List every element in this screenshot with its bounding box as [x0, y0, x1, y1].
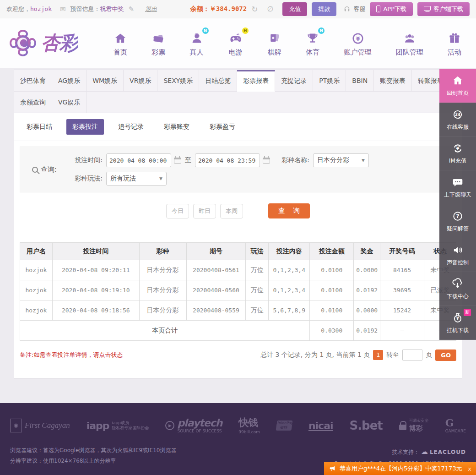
tab-account-change-report[interactable]: 账变报表 [374, 70, 412, 92]
sidebar-item-faq[interactable]: ? 疑问解答 [439, 204, 476, 238]
sidebar-item-chat[interactable]: 上下级聊天 [439, 170, 476, 204]
badge-n: N [202, 27, 209, 34]
tab-sexy[interactable]: SEXY娱乐 [157, 70, 199, 92]
logo-iapp: iappiapp成员 隐私权专家国际协会 [87, 420, 149, 431]
customer-service-link[interactable]: 客服 [343, 5, 365, 13]
close-icon[interactable]: x [468, 465, 471, 472]
brand-logo[interactable]: 杏彩 [8, 28, 100, 58]
sidebar-item-im-recharge[interactable]: ¥ IM充值 [439, 136, 476, 170]
sidebar-item-download-center[interactable]: 下载中心 [439, 272, 476, 306]
nav-team[interactable]: 团队管理 [396, 30, 423, 57]
cell-play: 万位 [246, 260, 269, 280]
tab-daily-summary[interactable]: 日结总览 [199, 70, 237, 92]
cell-bet-content: 5,6,7,8,9 [269, 300, 310, 321]
gamepad-icon [228, 32, 243, 45]
phone-icon [376, 5, 380, 12]
tab-lottery-report[interactable]: 彩票报表 [237, 70, 275, 92]
col-play: 玩法 [246, 243, 269, 260]
tab-wm[interactable]: WM娱乐 [87, 70, 124, 92]
nav-live[interactable]: N 真人 [190, 30, 204, 57]
bet-time-to-input[interactable] [195, 153, 260, 167]
cell-play: 万位 [246, 300, 269, 321]
nav-label: 棋牌 [268, 48, 281, 57]
edit-icon[interactable]: ✎ [129, 5, 135, 13]
team-people-icon [403, 32, 416, 45]
coin-yuan-icon: ¥ [351, 32, 365, 45]
balance-value: ￥384.9072 [210, 5, 247, 13]
nav-cards[interactable]: 棋牌 [268, 30, 281, 57]
query-button[interactable]: 查 询 [268, 203, 310, 218]
tab-vr[interactable]: VR娱乐 [124, 70, 157, 92]
filter-box: 查询: 投注时间: 至 彩种名称: 日本分分彩 ▼ 彩种玩 [20, 147, 456, 192]
sidebar-item-sound-control[interactable]: 声音控制 [439, 238, 476, 272]
nav-home[interactable]: 首页 [114, 30, 127, 57]
nav-lottery[interactable]: 彩票 [151, 30, 165, 57]
client-download-button[interactable]: 客户端下载 [417, 2, 470, 16]
col-username: 用户名 [20, 243, 53, 260]
lock-icon [399, 425, 406, 430]
cell-username: hozjok [20, 300, 53, 321]
sidebar-item-autoplay-download[interactable]: ¥新 挂机下载 [439, 306, 476, 340]
hide-balance-icon[interactable]: ∅ [267, 5, 273, 13]
logo-nicai: nicai [308, 420, 333, 431]
reserved-message: 祝君中奖 [100, 5, 124, 13]
quick-buttons-row: 今日 昨日 本周 查 询 [14, 192, 462, 223]
current-page-button[interactable]: 1 [373, 350, 383, 360]
tab-bbin[interactable]: BBIN [346, 70, 374, 92]
svg-text:¥: ¥ [356, 35, 360, 42]
query-label: 查询: [41, 165, 57, 174]
withdraw-button[interactable]: 提款 [312, 2, 336, 16]
app-download-button[interactable]: APP下载 [370, 2, 413, 16]
trophy-icon [306, 32, 319, 45]
cell-play: 万位 [246, 280, 269, 300]
svg-text:¥: ¥ [456, 146, 460, 151]
play-type-label: 彩种玩法: [64, 175, 103, 183]
speaker-icon [452, 244, 464, 256]
tab-balance-query[interactable]: 余额查询 [14, 92, 52, 113]
cell-bet-time: 2020-04-08 09:18:56 [52, 300, 139, 321]
tech-support: 技术支持： ☁ LEACLOUD [334, 445, 466, 459]
bet-time-from-input[interactable] [106, 153, 171, 167]
tab-ag[interactable]: AG娱乐 [52, 70, 87, 92]
deposit-button[interactable]: 充值 [282, 2, 307, 16]
partner-logos: ✺First Cagayan iappiapp成员 隐私权专家国际协会 ▶pla… [10, 410, 466, 441]
subtab-chase[interactable]: 追号记录 [112, 119, 150, 135]
calendar-icon[interactable] [174, 158, 181, 164]
sidebar-label: 下载中心 [447, 293, 469, 300]
nav-sports[interactable]: N 体育 [306, 30, 319, 57]
tab-shaba-sports[interactable]: 沙巴体育 [14, 70, 52, 92]
sidebar-item-online-service[interactable]: 24 在线客服 [439, 103, 476, 136]
tab-deposit-withdraw-records[interactable]: 充提记录 [275, 70, 313, 92]
goto-page-input[interactable] [402, 349, 422, 361]
logout-link[interactable]: 退出 [145, 5, 157, 13]
tab-pt[interactable]: PT娱乐 [313, 70, 346, 92]
subtab-account-change[interactable]: 彩票账变 [158, 119, 195, 135]
cell-issue: 20200408-0559 [186, 300, 246, 321]
calendar-icon[interactable] [263, 158, 270, 164]
site-header: 杏彩 首页 彩票 N 真人 H 电游 棋牌 N 体育 ¥ 账户管理 [0, 18, 476, 68]
welcome-text: 欢迎您， [6, 5, 30, 13]
sidebar-item-back-home[interactable]: 回到首页 [439, 69, 476, 103]
col-prize: 奖金 [354, 243, 380, 260]
nav-egames[interactable]: H 电游 [228, 30, 243, 57]
refresh-balance-icon[interactable]: ↻ [251, 5, 258, 14]
table-row: hozjok 2020-04-08 09:20:11 日本分分彩 2020040… [20, 260, 456, 280]
subtab-bets[interactable]: 彩票投注 [66, 119, 104, 135]
lottery-name-label: 彩种名称: [274, 156, 309, 164]
nav-account[interactable]: ¥ 账户管理 [344, 30, 372, 57]
subtab-daily[interactable]: 彩票日结 [21, 119, 58, 135]
this-week-button[interactable]: 本周 [220, 204, 243, 218]
nav-promotions[interactable]: 活动 [448, 30, 461, 57]
subtab-profit-loss[interactable]: 彩票盈亏 [204, 119, 241, 135]
today-button[interactable]: 今日 [166, 204, 189, 218]
logo-flower-icon [8, 28, 38, 58]
mail-icon[interactable]: ✉ [60, 5, 66, 13]
yesterday-button[interactable]: 昨日 [193, 204, 216, 218]
service-label: 客服 [353, 5, 365, 13]
table-header-row: 用户名 投注时间 彩种 期号 玩法 投注内容 投注金额 奖金 开奖号码 状态 [20, 243, 456, 260]
play-type-select[interactable]: 所有玩法 ▼ [106, 172, 167, 186]
question-icon: ? [452, 210, 464, 222]
go-button[interactable]: GO [435, 349, 456, 361]
tab-vg[interactable]: VG娱乐 [52, 92, 87, 113]
lottery-name-select[interactable]: 日本分分彩 ▼ [313, 153, 369, 167]
